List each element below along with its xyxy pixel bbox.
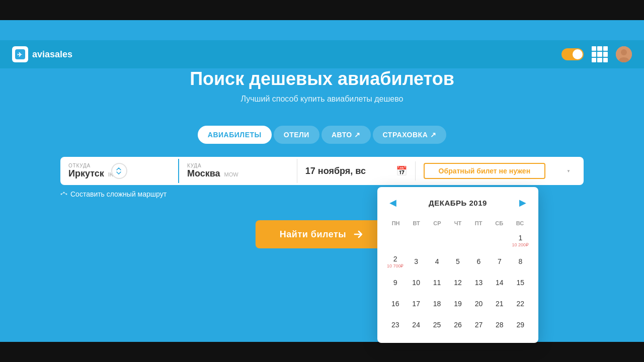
calendar-next-button[interactable]: ▶ [515,195,530,210]
to-code: MOW [224,171,238,177]
calendar-day[interactable]: 16 [385,294,405,314]
calendar-day[interactable]: 15 [511,273,530,293]
header-nav: ✈ aviasales [0,40,644,68]
calendar-dropdown: ◀ ДЕКАБРЬ 2019 ▶ ПН ВТ СР ЧТ ПТ СБ ВС 11… [377,187,538,343]
calendar-day[interactable]: 25 [427,315,447,335]
calendar-day-number: 11 [433,279,441,287]
calendar-day-number: 23 [391,321,399,329]
calendar-prev-button[interactable]: ◀ [385,195,400,210]
grid-dot [603,46,608,51]
to-field[interactable]: КУДА Москва MOW [179,159,297,183]
weekday-mon: ПН [385,218,406,228]
search-button[interactable]: Найти билеты [256,220,388,248]
calendar-day[interactable]: 23 [385,315,405,335]
calendar-header: ◀ ДЕКАБРЬ 2019 ▶ [385,195,530,210]
bottom-bar [0,342,644,362]
calendar-day[interactable]: 9 [385,273,405,293]
calendar-day[interactable]: 19 [448,294,467,314]
swap-button[interactable] [111,163,127,179]
calendar-day-number: 26 [454,321,462,329]
calendar-day[interactable]: 8 [511,251,530,272]
calendar-day-empty [427,230,447,250]
calendar-day[interactable]: 27 [469,315,489,335]
grid-dot [592,46,596,51]
calendar-day-number: 7 [498,257,502,265]
grid-dot [597,58,602,62]
calendar-day-empty [385,230,405,250]
date-field[interactable]: 17 ноября, вс 📅 [297,161,416,180]
complex-route-text: Составить сложный маршрут [70,190,167,198]
search-tabs: АВИАБИЛЕТЫ ОТЕЛИ АВТО ↗ СТРАХОВКА ↗ [0,126,644,144]
calendar-day-number: 8 [518,257,522,265]
calendar-day[interactable]: 210 700₽ [385,251,405,272]
weekday-fri: ПТ [468,218,489,228]
calendar-day[interactable]: 13 [469,273,489,293]
calendar-day[interactable]: 10 [406,273,426,293]
calendar-day[interactable]: 7 [490,251,509,272]
hero-title: Поиск дешевых авиабилетов [0,68,644,89]
passengers-field[interactable]: ▼ [553,165,584,177]
grid-dot [592,52,596,56]
weekday-sat: СБ [489,218,510,228]
calendar-day-empty [469,230,489,250]
calendar-day[interactable]: 28 [490,315,509,335]
calendar-day[interactable]: 11 [427,273,447,293]
from-field[interactable]: ОТКУДА Иркутск IKT [60,159,179,183]
calendar-grid: ПН ВТ СР ЧТ ПТ СБ ВС 110 200₽210 700₽345… [385,218,530,335]
calendar-weekdays: ПН ВТ СР ЧТ ПТ СБ ВС [385,218,530,228]
calendar-day-number: 10 [412,279,420,287]
tab-flights[interactable]: АВИАБИЛЕТЫ [198,126,272,144]
calendar-day[interactable]: 22 [511,294,530,314]
weekday-tue: ВТ [406,218,427,228]
grid-dot [603,52,608,56]
calendar-day[interactable]: 3 [406,251,426,272]
calendar-day[interactable]: 21 [490,294,509,314]
calendar-day[interactable]: 14 [490,273,509,293]
calendar-day-number: 2 [393,255,397,263]
grid-dot [597,52,602,56]
grid-dot [603,58,608,62]
apps-icon[interactable] [592,46,608,62]
calendar-day[interactable]: 110 200₽ [511,230,530,250]
calendar-day-number: 4 [435,257,439,265]
calendar-day[interactable]: 17 [406,294,426,314]
return-field[interactable]: Обратный билет не нужен [416,159,553,183]
calendar-day-number: 28 [496,321,504,329]
calendar-day[interactable]: 5 [448,251,467,272]
main-background: ✈ aviasales [0,20,644,342]
tab-insurance[interactable]: СТРАХОВКА ↗ [373,126,447,144]
calendar-day-number: 24 [412,321,420,329]
search-button-text: Найти билеты [280,229,346,240]
calendar-day-number: 12 [454,279,462,287]
to-label: КУДА [187,163,289,168]
calendar-day[interactable]: 24 [406,315,426,335]
calendar-day-number: 20 [475,300,483,308]
tab-auto[interactable]: АВТО ↗ [321,126,371,144]
calendar-days: 110 200₽210 700₽345678910111213141516171… [385,230,530,335]
svg-point-3 [621,49,627,55]
tab-hotels[interactable]: ОТЕЛИ [274,126,319,144]
user-avatar[interactable] [616,46,632,62]
calendar-month: ДЕКАБРЬ 2019 [429,199,487,207]
logo[interactable]: ✈ aviasales [12,46,72,62]
calendar-day-number: 27 [475,321,483,329]
calendar-day-number: 5 [456,257,460,265]
calendar-day-number: 14 [496,279,504,287]
calendar-day-number: 18 [433,300,441,308]
calendar-day-empty [490,230,509,250]
weekday-wed: СР [427,218,447,228]
calendar-day[interactable]: 26 [448,315,467,335]
calendar-day[interactable]: 20 [469,294,489,314]
to-value: Москва [187,168,220,179]
svg-text:✈: ✈ [17,51,22,58]
calendar-day[interactable]: 18 [427,294,447,314]
date-value: 17 ноября, вс [305,166,366,176]
theme-toggle[interactable] [561,48,584,60]
calendar-day[interactable]: 12 [448,273,467,293]
return-button[interactable]: Обратный билет не нужен [424,163,545,179]
calendar-day[interactable]: 29 [511,315,530,335]
calendar-day[interactable]: 4 [427,251,447,272]
calendar-day[interactable]: 6 [469,251,489,272]
logo-text: aviasales [32,49,72,60]
calendar-day-empty [448,230,467,250]
